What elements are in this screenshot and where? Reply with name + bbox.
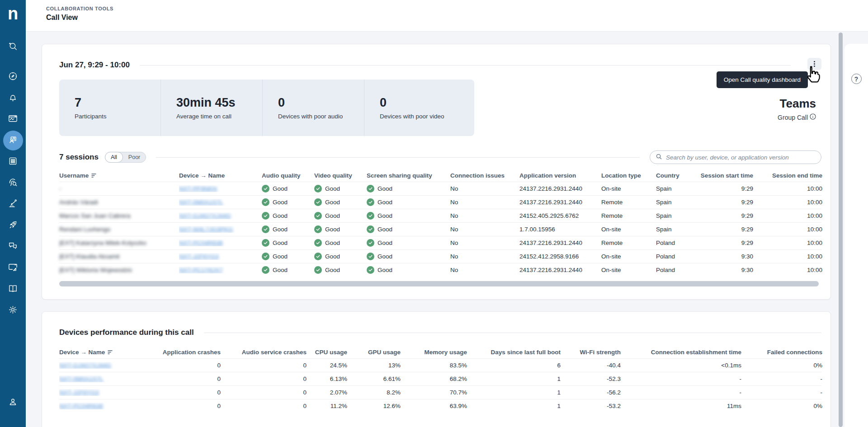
session-end-cell: 10:00 [753, 226, 822, 233]
chat-bubbles-icon [8, 241, 18, 253]
filter-all-button[interactable]: All [105, 152, 123, 163]
gpu-usage-cell: 6.61% [347, 375, 401, 382]
session-end-cell: 10:00 [753, 239, 822, 246]
device-table-row: NXT-GJ4G7XJ44G 0 0 24.5% 13% 83.5% 6 -40… [59, 358, 821, 372]
device-link[interactable]: NXT-J2F6YG3 [59, 389, 99, 396]
sidebar-item-engage[interactable] [3, 237, 23, 257]
tooltip: Open Call quality dashboard [717, 71, 808, 88]
conn-establishment-cell: - [621, 389, 741, 396]
session-start-cell: 9:29 [690, 185, 753, 192]
sidebar-item-settings[interactable] [3, 300, 23, 320]
conn-establishment-cell: 11ms [621, 403, 741, 409]
good-check-icon [314, 212, 322, 220]
app-crashes-cell: 0 [143, 375, 221, 382]
device-link[interactable]: NXT-0M0A1S7L [179, 199, 223, 206]
days-since-boot-cell: 1 [467, 389, 561, 396]
device-table-row: NXT-J2F6YG3 0 0 2.07% 8.2% 70.7% 1 -56.2… [59, 385, 821, 399]
country-cell: Spain [656, 226, 690, 233]
cpu-usage-cell: 6.13% [307, 375, 347, 382]
screen-quality-cell: Good [367, 225, 450, 233]
audio-quality-cell: Good [262, 253, 314, 260]
good-check-icon [314, 225, 322, 233]
location-type-cell: Remote [601, 239, 656, 246]
audio-crashes-cell: 0 [221, 403, 307, 409]
video-quality-cell: Good [314, 212, 367, 220]
country-cell: Spain [656, 199, 690, 206]
location-type-cell: On-site [601, 253, 656, 260]
location-type-cell: On-site [601, 267, 656, 273]
good-check-icon [367, 198, 374, 206]
session-start-cell: 9:29 [690, 226, 753, 233]
sidebar-item-investigate[interactable] [3, 173, 23, 193]
wifi-strength-cell: -40.4 [561, 362, 621, 369]
sidebar-item-designer[interactable] [3, 258, 23, 278]
sidebar-item-applications[interactable] [3, 152, 23, 172]
failed-connections-cell: 0% [741, 362, 822, 369]
session-end-cell: 10:00 [753, 199, 822, 206]
sidebar-item-ai-search[interactable] [3, 37, 23, 57]
nexthink-logo[interactable]: n [8, 3, 18, 24]
help-button[interactable]: ? [851, 74, 862, 84]
device-link[interactable]: NXT-PC1Y8JX7 [179, 267, 223, 273]
sidebar-item-automation[interactable] [3, 194, 23, 214]
stat-average-time: 30min 45s Average time on call [161, 80, 263, 136]
device-link[interactable]: NXT-PC04R638 [179, 239, 223, 246]
app-version-cell: 24152.412.2958.9166 [519, 253, 601, 260]
session-end-cell: 10:00 [753, 253, 822, 260]
call-summary-card: Jun 27, 9:29 - 10:00 Open Call quality d… [42, 44, 831, 300]
failed-connections-cell: - [741, 375, 822, 382]
vertical-scrollbar[interactable] [839, 33, 843, 427]
filter-poor-button[interactable]: Poor [123, 152, 146, 163]
divider [140, 65, 791, 66]
sidebar-item-alerts[interactable] [3, 88, 23, 108]
sidebar-item-library[interactable] [3, 279, 23, 299]
device-link[interactable]: NXT-PF9NKN [179, 185, 217, 192]
sessions-title: 7 sessions [59, 153, 99, 162]
cpu-usage-cell: 11.2% [307, 403, 347, 409]
good-check-icon [262, 212, 269, 220]
horizontal-scrollbar[interactable] [59, 281, 819, 286]
connection-issues-cell: No [450, 239, 519, 246]
sidebar-item-compass[interactable] [3, 67, 23, 87]
connection-issues-cell: No [450, 212, 519, 219]
sidebar: n [0, 0, 26, 427]
device-link[interactable]: NXT-W4L7JG3PKG [179, 226, 233, 233]
audio-quality-cell: Good [262, 185, 314, 192]
wifi-strength-cell: -53.2 [561, 403, 621, 409]
session-username: [EXT] Katarzyna Mitek-Kolyszko [59, 239, 179, 246]
device-link[interactable]: NXT-GJ4G7XJ44G [179, 212, 231, 219]
session-username: [EXT] Wiktoria Wojewodzic [59, 267, 179, 273]
session-username: [EXT] Klaudia Aksamit [59, 253, 179, 260]
sidebar-item-monitoring[interactable] [3, 109, 23, 129]
good-check-icon [314, 253, 322, 260]
device-link[interactable]: NXT-0M0A1S7L [59, 375, 104, 382]
info-icon[interactable] [810, 113, 816, 121]
app-version-cell: 24137.2216.2931.2440 [519, 185, 601, 192]
call-options-button[interactable] [807, 58, 821, 70]
monitoring-window-icon [8, 113, 18, 126]
device-link[interactable]: NXT-J2F6YG3 [179, 253, 219, 260]
country-cell: Spain [656, 212, 690, 219]
search-input[interactable] [666, 154, 816, 161]
sidebar-item-profile[interactable] [3, 393, 23, 413]
device-link[interactable]: NXT-PC04R638 [59, 403, 103, 409]
connection-issues-cell: No [450, 199, 519, 206]
device-link[interactable]: NXT-GJ4G7XJ44G [59, 362, 111, 369]
session-username: Rendani Luvhengo [59, 226, 179, 233]
kebab-menu-icon [814, 61, 815, 67]
connection-issues-cell: No [450, 185, 519, 192]
devices-table-header: Device → Name Application crashes Audio … [59, 346, 821, 358]
sessions-table-body: - NXT-PF9NKN Good Good Good No 24137.221… [59, 182, 821, 277]
memory-usage-cell: 83.5% [401, 362, 467, 369]
video-quality-cell: Good [314, 239, 367, 247]
session-end-cell: 10:00 [753, 185, 822, 192]
wifi-strength-cell: -52.3 [561, 375, 621, 382]
memory-usage-cell: 63.9% [401, 403, 467, 409]
session-table-row: [EXT] Wiktoria Wojewodzic NXT-PC1Y8JX7 G… [59, 263, 821, 277]
failed-connections-cell: - [741, 389, 822, 396]
user-profile-icon [8, 397, 18, 409]
sidebar-item-adopt[interactable] [3, 216, 23, 235]
sidebar-item-collaboration-active[interactable] [3, 131, 23, 150]
stat-poor-video: 0 Devices with poor video [364, 80, 474, 136]
book-icon [8, 283, 18, 296]
